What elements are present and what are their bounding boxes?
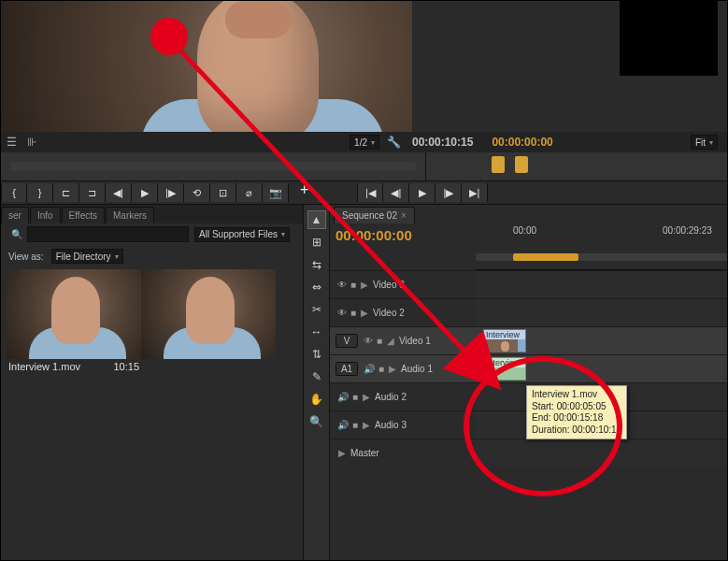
panel-tabs: ser Info Effects Markers [1,205,303,223]
program-side [412,1,727,132]
track-headers: 👁■▶Video 3 👁■▶Video 2 V👁■◢Video 1 A1🔊■▶A… [330,270,476,467]
sequence-tab[interactable]: Sequence 02× [334,207,415,223]
v-target[interactable]: V [335,334,358,348]
video-track-header[interactable]: 👁■▶Video 2 [330,298,476,326]
transport-button[interactable]: { [1,183,27,202]
in-marker-icon[interactable] [492,156,505,173]
program-timecode: 00:00:00:00 [492,136,552,149]
transport-button[interactable]: ◀| [106,183,132,202]
settings-wrench-icon[interactable]: 🔧 [387,136,401,149]
eye-icon[interactable]: 👁 [337,280,347,290]
transport-button[interactable]: |▶ [158,183,184,202]
timeline-panel: Sequence 02× 00:00:00:00 00:00 00:00:29:… [330,205,727,561]
audio-track-header[interactable]: A1🔊■▶Audio 1 [330,354,476,382]
source-timecode: 00:00:10:15 [412,136,473,149]
monitor-info-bar: ☰ ⊪ 1/2 🔧 00:00:10:15 00:00:00:00 Fit [1,132,727,152]
video-track-header[interactable]: 👁■▶Video 3 [330,270,476,298]
audio-track-header[interactable]: 🔊■▶Audio 2 [330,382,476,410]
view-as-label: View as: [8,252,44,262]
clip-name: Interview 1.mov [8,361,80,372]
source-transport: {}⊏⊐◀|▶|▶⟲⊡⌀📷 [1,181,289,204]
speaker-icon[interactable]: 🔊 [337,392,349,402]
out-icon[interactable]: ⊪ [25,136,38,149]
transport-button[interactable]: ⊏ [53,183,79,202]
tool-button[interactable]: ✋ [307,390,326,409]
view-mode-select[interactable]: File Directory [51,249,123,264]
tool-button[interactable]: ✎ [307,367,326,386]
transport-button[interactable]: ◀| [383,183,409,202]
clip-duration: 10:15 [113,361,139,372]
eye-icon[interactable]: 👁 [364,336,373,346]
program-monitor[interactable] [620,1,718,76]
transport-button[interactable]: ▶| [462,183,488,202]
out-marker-icon[interactable] [515,156,528,173]
video-clip[interactable]: Interview [483,329,526,352]
add-button[interactable]: + [300,181,308,204]
timeline-ruler[interactable]: 00:00 00:00:29:23 [476,223,727,270]
work-area-bar[interactable] [513,253,578,261]
ruler-tick: 00:00 [513,225,536,236]
safe-margins-icon[interactable]: ☰ [5,136,18,149]
tab-effects[interactable]: Effects [62,207,105,223]
timeline-timecode[interactable]: 00:00:00:00 [335,227,412,243]
tooltip-name: Interview 1.mov [532,389,621,401]
transport-button[interactable]: ⊐ [79,183,106,202]
monitor-row [1,1,727,132]
transport-button[interactable]: |▶ [435,183,462,202]
clip-tooltip: Interview 1.mov Start: 00:00:05:05 End: … [526,385,627,439]
tool-button[interactable]: 🔍 [307,412,326,431]
tool-palette: ▲⊞⇆⇔✂↔⇅✎✋🔍 [304,205,330,561]
tool-button[interactable]: ✂ [307,300,326,319]
transport-button[interactable]: ⟲ [184,183,210,202]
audio-track-header[interactable]: 🔊■▶Audio 3 [330,410,476,439]
transport-bar: {}⊏⊐◀|▶|▶⟲⊡⌀📷 + |◀◀|▶|▶▶| [1,180,727,205]
ruler-tick: 00:00:29:23 [663,225,712,236]
transport-button[interactable]: |◀ [357,183,383,202]
program-scrub[interactable] [426,152,727,180]
tool-button[interactable]: ↔ [307,323,326,341]
project-panel: ser Info Effects Markers 🔍 All Supported… [1,205,304,561]
a-target[interactable]: A1 [335,362,358,376]
master-track-header[interactable]: ▶Master [330,439,476,467]
tab-markers[interactable]: Markers [106,207,154,223]
transport-button[interactable]: ▶ [132,183,158,202]
tool-button[interactable]: ⊞ [307,233,326,252]
audio-clip[interactable]: Interview [483,357,526,381]
search-icon[interactable]: 🔍 [10,228,23,241]
tool-button[interactable]: ⇆ [307,255,326,274]
tab-info[interactable]: Info [30,207,61,223]
source-scrub[interactable] [1,152,426,180]
clip-thumbnail[interactable] [141,269,276,374]
speaker-icon[interactable]: 🔊 [337,420,349,430]
transport-button[interactable]: 📷 [263,183,289,202]
transport-button[interactable]: } [27,183,53,202]
tab-browser[interactable]: ser [1,207,29,223]
transport-button[interactable]: ⊡ [210,183,236,202]
tool-button[interactable]: ⇅ [307,345,326,364]
transport-button[interactable]: ▶ [409,183,435,202]
close-icon[interactable]: × [401,210,407,221]
clip-thumbnail[interactable]: Interview 1.mov 10:15 [7,269,141,374]
program-transport: |◀◀|▶|▶▶| [357,181,488,204]
scrub-row [1,152,727,180]
tool-button[interactable]: ▲ [307,210,326,229]
transport-button[interactable]: ⌀ [236,183,263,202]
source-monitor[interactable] [1,1,412,132]
eye-icon[interactable]: 👁 [337,308,347,318]
resolution-select[interactable]: 1/2 [350,135,379,150]
tool-button[interactable]: ⇔ [307,278,326,296]
speaker-icon[interactable]: 🔊 [364,364,375,374]
fit-select[interactable]: Fit [691,135,718,150]
video-track-header[interactable]: V👁■◢Video 1 [330,326,476,354]
filetype-select[interactable]: All Supported Files [194,227,290,242]
search-input[interactable] [27,226,189,242]
